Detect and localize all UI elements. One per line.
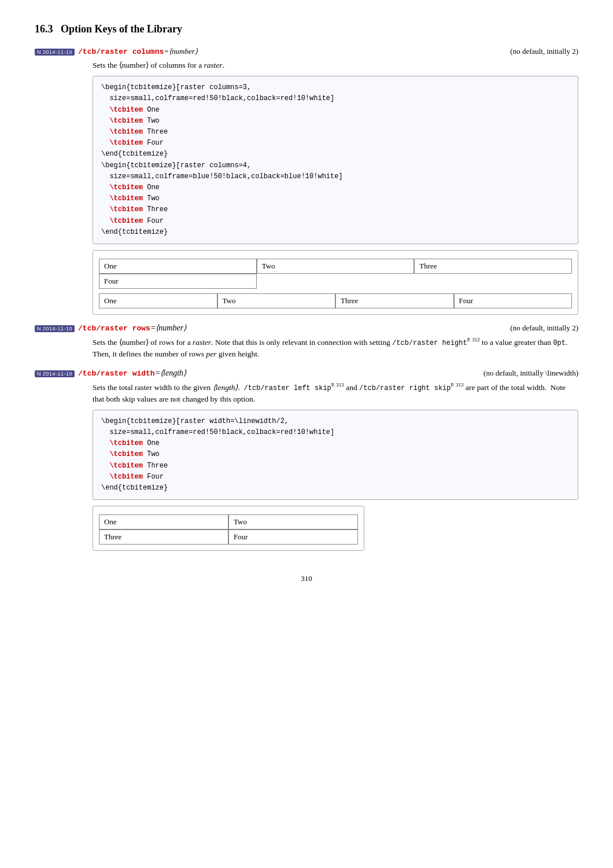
code-example-2: \begin{tcbitemize}[raster width=\linewid… [93, 410, 578, 500]
option-default: (no default, initially \linewidth) [483, 369, 578, 378]
raster-cell: One [99, 293, 217, 308]
section-number: 16.3 [35, 23, 53, 35]
option-description: Sets the total raster width to the given… [93, 381, 578, 405]
raster-cell: Three [335, 293, 454, 308]
option-key-text: /tcb/raster width [78, 369, 155, 378]
raster-cell: Four [454, 293, 573, 308]
option-description: Sets the ⟨number⟩ of rows for a raster. … [93, 336, 578, 360]
code-example-1: \begin{tcbitemize}[raster columns=3, siz… [93, 76, 578, 244]
raster-cell: Two [257, 259, 415, 274]
raster-cell: Four [228, 529, 358, 545]
option-header: N 2014-11-10 /tcb/raster width=⟨length⟩ … [35, 368, 578, 378]
option-header: N 2014-11-10 /tcb/raster rows=⟨number⟩ (… [35, 323, 578, 333]
page-number: 310 [35, 574, 578, 583]
raster-cell: Two [228, 514, 358, 529]
raster-cell: Four [99, 274, 257, 289]
new-badge: N 2014-11-10 [35, 325, 75, 332]
option-raster-rows: N 2014-11-10 /tcb/raster rows=⟨number⟩ (… [35, 323, 578, 360]
option-description: Sets the ⟨number⟩ of columns for a raste… [93, 60, 578, 71]
option-param: =⟨length⟩ [155, 368, 186, 378]
raster-grid-2col: One Two Three Four [99, 514, 358, 545]
option-raster-width: N 2014-11-10 /tcb/raster width=⟨length⟩ … [35, 368, 578, 551]
option-default: (no default, initially 2) [510, 47, 578, 56]
raster-cell: One [99, 514, 228, 529]
raster-cell: Three [414, 259, 572, 274]
raster-cell: Two [217, 293, 336, 308]
raster-cell: Three [99, 529, 228, 545]
raster-demo-half: One Two Three Four [93, 506, 364, 551]
option-key-text: /tcb/raster columns [78, 47, 164, 56]
section-title: 16.3 Option Keys of the Library [35, 23, 578, 35]
new-badge: N 2014-11-10 [35, 49, 75, 56]
section-heading: Option Keys of the Library [61, 23, 182, 35]
option-header: N 2014-11-10 /tcb/raster columns=⟨number… [35, 47, 578, 56]
raster-grid-3col: One Two Three Four [99, 259, 572, 289]
option-param: =⟨number⟩ [164, 47, 198, 56]
option-raster-columns: N 2014-11-10 /tcb/raster columns=⟨number… [35, 47, 578, 315]
raster-demo-1: One Two Three Four One Two Three Four [93, 250, 578, 315]
raster-cell: One [99, 259, 257, 274]
option-default: (no default, initially 2) [510, 323, 578, 333]
raster-grid-4col: One Two Three Four [99, 293, 572, 308]
option-param: =⟨number⟩ [150, 323, 186, 333]
new-badge: N 2014-11-10 [35, 370, 75, 377]
option-key-text: /tcb/raster rows [78, 324, 150, 333]
